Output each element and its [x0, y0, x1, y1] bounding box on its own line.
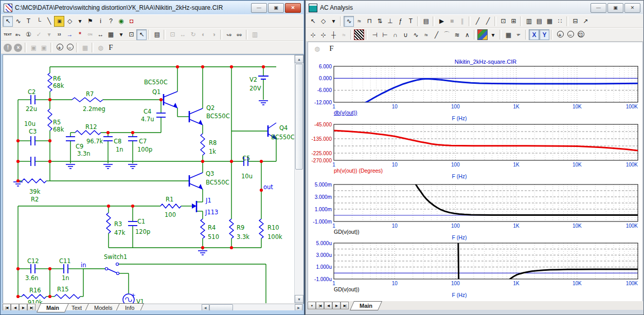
error-close-button[interactable]: ×: [14, 44, 22, 52]
tab-main[interactable]: Main: [37, 303, 69, 312]
vip-dropdown-button[interactable]: ▾: [44, 29, 54, 40]
close-button[interactable]: ✕: [624, 3, 640, 13]
low-button[interactable]: ≈: [421, 29, 431, 40]
vertical-scroll-thumb[interactable]: [295, 64, 303, 170]
properties-button[interactable]: ▤: [421, 16, 431, 27]
copy-to-clipboard-button[interactable]: ▣: [28, 42, 39, 53]
wire-tool-button[interactable]: └: [33, 16, 44, 27]
curve-label[interactable]: ph(v(out)) (Degrees): [334, 168, 383, 174]
attribute-text-button[interactable]: R∿: [13, 29, 23, 40]
vip-mode-button[interactable]: ✓: [33, 29, 44, 40]
font-icon-button[interactable]: F: [326, 43, 337, 54]
pin-connections-button[interactable]: ①: [23, 29, 33, 40]
select-tool-button[interactable]: ↖: [308, 16, 318, 27]
line-point-tool-button[interactable]: ╱: [482, 16, 493, 27]
flag-tool-button[interactable]: ⚑: [85, 16, 95, 27]
schematic-titlebar[interactable]: C:\MC9\DATA\Petrov\switching distortion\…: [1, 1, 303, 14]
globe-button[interactable]: ◍: [95, 42, 105, 53]
minimize-button[interactable]: —: [251, 3, 267, 13]
zoom-in-button[interactable]: +: [54, 42, 64, 53]
lead-length-button[interactable]: ↔: [95, 29, 105, 40]
analysis-titlebar[interactable]: AC Analysis —▣✕: [306, 1, 643, 14]
pin-numbers-button[interactable]: 13: [54, 29, 64, 40]
part-browser-button[interactable]: ▣: [54, 16, 64, 27]
slope-cursor-button[interactable]: ╱: [431, 29, 441, 40]
data-points-button[interactable]: ⊥: [385, 16, 395, 27]
color-dropdown-button[interactable]: ▾: [488, 29, 498, 40]
minimize-button[interactable]: —: [591, 3, 606, 13]
color-menu-button[interactable]: [477, 29, 488, 40]
grid-both-button[interactable]: ▦: [544, 16, 554, 27]
copy-window-button[interactable]: ▣: [39, 42, 49, 53]
help-mode-button[interactable]: ?: [105, 16, 116, 27]
properties-button[interactable]: ▤: [152, 29, 162, 40]
cursor-left-button[interactable]: ⊣: [369, 29, 380, 40]
on-off-state-button[interactable]: ON: [85, 29, 95, 40]
shape-tool-button[interactable]: ◇: [318, 16, 328, 27]
info-window-button[interactable]: ▥: [249, 29, 260, 40]
pulse-display-button[interactable]: ⊓: [364, 16, 374, 27]
split-panel-button[interactable]: ⊟: [570, 16, 580, 27]
zoom-out-button[interactable]: −: [64, 42, 75, 53]
curve-label[interactable]: GD(v(out)): [334, 286, 360, 292]
global-high-button[interactable]: ∧: [462, 29, 472, 40]
stretch-button[interactable]: ↔: [177, 29, 188, 40]
horizontal-scroll-thumb[interactable]: [627, 302, 641, 308]
text-tool-button[interactable]: T: [23, 16, 33, 27]
region-enable-button[interactable]: ◘: [126, 16, 136, 27]
select-area-button[interactable]: ▦: [80, 42, 90, 53]
find-component-button[interactable]: ∿⊙: [224, 29, 234, 40]
cursor-both-button[interactable]: ┼: [328, 29, 338, 40]
zoom-in-button[interactable]: +: [554, 29, 565, 40]
cursor-mode-button[interactable]: ↖: [136, 29, 147, 40]
scroll-up-button[interactable]: ▲: [295, 55, 303, 63]
stop-button-button[interactable]: ■: [446, 16, 457, 27]
valley-button[interactable]: ∪: [400, 29, 410, 40]
inflection-button[interactable]: ⌒: [441, 29, 452, 40]
peak-button[interactable]: ∩: [390, 29, 400, 40]
black-white-toggle-button[interactable]: ▨: [354, 29, 364, 40]
grid-dots-button[interactable]: ∷: [554, 16, 565, 27]
component-tool-button[interactable]: ∿: [13, 16, 23, 27]
maximize-button[interactable]: ▣: [607, 3, 623, 13]
y-scale-button[interactable]: Y: [539, 29, 549, 40]
flip-x-button[interactable]: ◐: [198, 29, 208, 40]
grid-dropdown-button[interactable]: ▾: [116, 29, 126, 40]
rotate-button[interactable]: ↻: [188, 29, 198, 40]
globe-icon-button[interactable]: ◍: [311, 43, 323, 54]
text-tool-button[interactable]: T: [405, 16, 416, 27]
info-mode-button[interactable]: i: [95, 16, 105, 27]
shape-tool-button[interactable]: ◇: [64, 16, 75, 27]
zoom-out-button[interactable]: −: [565, 29, 575, 40]
run-button-button[interactable]: ▶: [436, 16, 446, 27]
grid-horizontal-button[interactable]: ▤: [534, 16, 544, 27]
node-numbers-button[interactable]: →: [64, 29, 75, 40]
node-voltages-button[interactable]: *: [75, 29, 85, 40]
help-web-button[interactable]: ◉: [116, 16, 126, 27]
scroll-down-button[interactable]: ▼: [295, 295, 303, 303]
border-toggle-button[interactable]: ⊡: [126, 29, 136, 40]
smooth-mode-button[interactable]: ≈: [354, 16, 364, 27]
prev-page-button[interactable]: ◀: [324, 302, 332, 309]
grid-toggle-button[interactable]: ▦: [105, 29, 116, 40]
flip-y-button[interactable]: ◑: [208, 29, 219, 40]
error-info-button[interactable]: !: [4, 44, 12, 52]
align-cursors-button[interactable]: ≈: [338, 29, 349, 40]
x-scale-button[interactable]: X: [529, 29, 539, 40]
maximize-button[interactable]: ▣: [268, 3, 284, 13]
grid-text-button[interactable]: TEXT: [3, 29, 13, 40]
cursor-right-button[interactable]: ⊢: [380, 29, 390, 40]
probe-button[interactable]: 'P': [513, 29, 524, 40]
tab-main[interactable]: Main: [350, 301, 382, 310]
zoom-area-button[interactable]: ⊡: [575, 29, 585, 40]
line-tool-button[interactable]: ╲: [44, 16, 54, 27]
schematic-canvas[interactable]: R668kC222uR72.2megR568k10uC3R1296.7kC93.…: [3, 54, 304, 304]
curve-label[interactable]: db(v(out)): [334, 109, 357, 116]
numeric-output-button[interactable]: ▦: [503, 29, 513, 40]
cursor-vertical-button[interactable]: ⊹: [308, 29, 318, 40]
grid-panels-button[interactable]: ⊞: [508, 16, 518, 27]
function-plot-button[interactable]: ƒ: [395, 16, 405, 27]
plot-dropdown-button[interactable]: ▾: [308, 302, 316, 309]
pause-button-button[interactable]: ∥: [457, 16, 467, 27]
shape-dropdown-button[interactable]: ▾: [328, 16, 338, 27]
